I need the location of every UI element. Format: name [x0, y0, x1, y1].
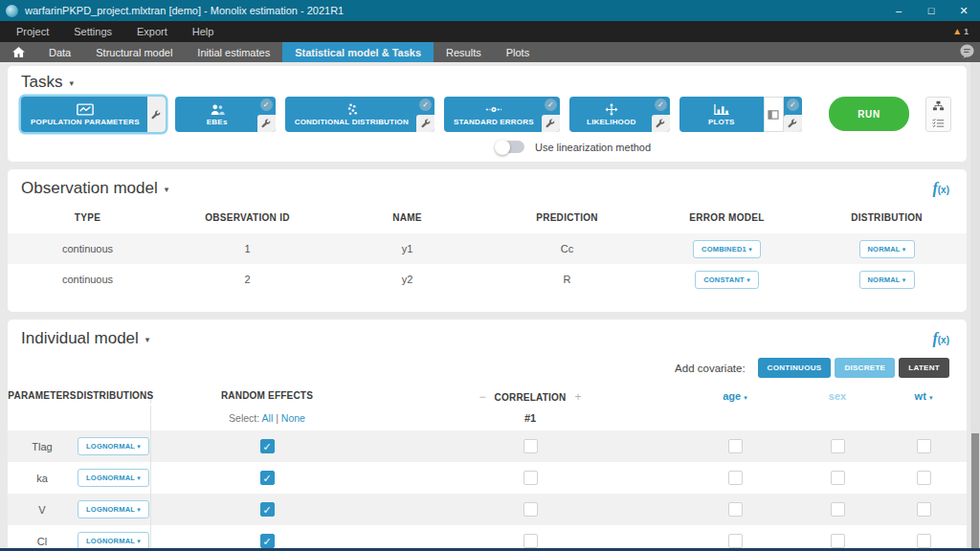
task-selected-check-icon[interactable]: ✓ [655, 99, 667, 111]
task-button-plots[interactable]: PLOTS [679, 97, 764, 132]
task-selected-check-icon[interactable]: ✓ [787, 99, 799, 111]
task-button-population-parameters[interactable]: POPULATION PARAMETERS [21, 97, 149, 132]
layout-icon[interactable] [764, 97, 784, 132]
wt-covariate-checkbox[interactable] [917, 471, 931, 485]
linearization-row: Use linearization method [496, 141, 967, 153]
random-effect-checkbox[interactable]: ✓ [260, 471, 275, 485]
menu-export[interactable]: Export [124, 26, 180, 37]
age-covariate-checkbox[interactable] [728, 534, 743, 548]
distribution-dropdown[interactable]: NORMAL ▾ [859, 240, 915, 258]
select-none-link[interactable]: None [281, 412, 305, 424]
task-button-conditional-distribution[interactable]: CONDITIONAL DISTRIBUTION [285, 97, 418, 132]
close-button[interactable]: ✕ [947, 0, 980, 21]
task-button-standard-errors[interactable]: STANDARD ERRORS [444, 97, 544, 132]
collapse-caret-icon[interactable]: ▾ [165, 183, 169, 194]
task-conditional-distribution[interactable]: CONDITIONAL DISTRIBUTION✓ [285, 97, 434, 132]
distribution-dropdown[interactable]: LOGNORMAL ▾ [78, 500, 149, 518]
distribution-dropdown[interactable]: NORMAL ▾ [859, 271, 915, 289]
tab-statistical-model-tasks[interactable]: Statistical model & Tasks [282, 42, 434, 62]
wt-covariate-checkbox[interactable] [917, 534, 931, 548]
error-model-dropdown[interactable]: COMBINED1 ▾ [693, 240, 761, 258]
sex-covariate-checkbox-cell [792, 471, 882, 485]
workflow-icon[interactable] [932, 98, 945, 115]
random-effect-checkbox[interactable]: ✓ [260, 439, 275, 453]
sex-covariate-checkbox[interactable] [831, 502, 845, 517]
correlation-add-button[interactable]: + [574, 390, 581, 404]
wrench-icon[interactable] [542, 115, 560, 132]
task-selected-check-icon[interactable]: ✓ [419, 99, 432, 111]
tab-plots[interactable]: Plots [494, 42, 542, 62]
task-button-ebes[interactable]: EBEs [175, 97, 259, 132]
chevron-down-icon: ▾ [744, 394, 747, 401]
individual-model-top: Individual model ▾ f(x) [8, 326, 967, 350]
tab-initial-estimates[interactable]: Initial estimates [185, 42, 282, 62]
covariate-sex-label[interactable]: sex [792, 390, 882, 404]
fx-formula-icon[interactable]: f(x) [932, 330, 949, 347]
vertical-scrollbar[interactable] [970, 62, 980, 551]
app-logo-icon [6, 5, 18, 17]
age-covariate-checkbox[interactable] [728, 439, 743, 453]
add-covariate-discrete-button[interactable]: DISCRETE [835, 358, 895, 378]
wt-covariate-checkbox[interactable] [917, 502, 931, 517]
covariate-age-dropdown[interactable]: age ▾ [678, 390, 792, 404]
add-covariate-latent-button[interactable]: LATENT [899, 358, 949, 378]
task-standard-errors[interactable]: STANDARD ERRORS✓ [444, 97, 560, 132]
random-effect-checkbox[interactable]: ✓ [260, 534, 275, 548]
run-button[interactable]: RUN [829, 97, 909, 131]
node-line-icon [485, 103, 502, 116]
warning-badge[interactable]: ▲ 1 [952, 21, 969, 42]
sex-covariate-checkbox[interactable] [831, 439, 845, 453]
age-covariate-checkbox[interactable] [728, 502, 743, 517]
obs-prediction: Cc [487, 243, 647, 254]
menu-settings[interactable]: Settings [61, 26, 124, 37]
checklist-icon[interactable] [932, 115, 945, 132]
correlation-checkbox[interactable] [523, 502, 538, 517]
obs-type: continuous [8, 243, 167, 254]
tab-results[interactable]: Results [434, 42, 494, 62]
add-covariate-continuous-button[interactable]: CONTINUOUS [758, 358, 832, 378]
wt-covariate-checkbox[interactable] [917, 439, 931, 453]
correlation-checkbox[interactable] [523, 534, 538, 548]
wt-covariate-checkbox-cell [882, 534, 965, 548]
correlation-checkbox[interactable] [523, 471, 538, 485]
covariate-wt-dropdown[interactable]: wt ▾ [882, 390, 965, 404]
scrollbar-thumb[interactable] [971, 433, 979, 551]
age-covariate-checkbox[interactable] [728, 471, 743, 485]
wrench-icon[interactable] [257, 115, 276, 132]
maximize-button[interactable]: □ [915, 0, 947, 21]
wrench-icon[interactable] [416, 115, 434, 132]
correlation-remove-button[interactable]: − [479, 390, 485, 404]
distribution-dropdown[interactable]: LOGNORMAL ▾ [78, 437, 149, 455]
minimize-button[interactable]: – [882, 0, 915, 21]
message-icon[interactable] [959, 44, 975, 63]
fx-formula-icon[interactable]: f(x) [932, 180, 949, 197]
menu-help[interactable]: Help [180, 26, 227, 37]
sex-covariate-checkbox[interactable] [831, 534, 845, 548]
task-population-parameters[interactable]: POPULATION PARAMETERS [21, 97, 166, 132]
error-model-dropdown[interactable]: CONSTANT ▾ [695, 271, 759, 289]
random-effect-checkbox[interactable]: ✓ [260, 502, 275, 517]
menu-project[interactable]: Project [4, 26, 61, 37]
task-ebes[interactable]: EBEs✓ [175, 97, 276, 132]
wrench-icon[interactable] [784, 115, 802, 132]
parameter-row-ka: kaLOGNORMAL ▾✓ [8, 462, 967, 494]
task-selected-check-icon[interactable]: ✓ [545, 99, 557, 111]
correlation-checkbox[interactable] [523, 439, 538, 453]
linearization-toggle[interactable] [496, 141, 524, 153]
wrench-icon[interactable] [652, 115, 670, 132]
tab-structural-model[interactable]: Structural model [83, 42, 185, 62]
task-selected-check-icon[interactable]: ✓ [260, 99, 273, 111]
collapse-caret-icon[interactable]: ▾ [69, 77, 74, 88]
select-all-link[interactable]: All [262, 412, 274, 424]
wrench-icon[interactable] [147, 106, 166, 123]
task-plots[interactable]: PLOTS✓ [679, 97, 802, 132]
parameter-name: Cl [8, 536, 77, 547]
collapse-caret-icon[interactable]: ▾ [145, 333, 150, 344]
home-tab[interactable] [0, 42, 36, 62]
tab-data[interactable]: Data [36, 42, 83, 62]
sex-covariate-checkbox[interactable] [831, 471, 845, 485]
distribution-dropdown[interactable]: LOGNORMAL ▾ [78, 469, 149, 487]
task-button-likelihood[interactable]: LIKELIHOOD [569, 97, 654, 132]
task-likelihood[interactable]: LIKELIHOOD✓ [569, 97, 670, 132]
random-effect-checkbox-cell: ✓ [151, 439, 383, 453]
